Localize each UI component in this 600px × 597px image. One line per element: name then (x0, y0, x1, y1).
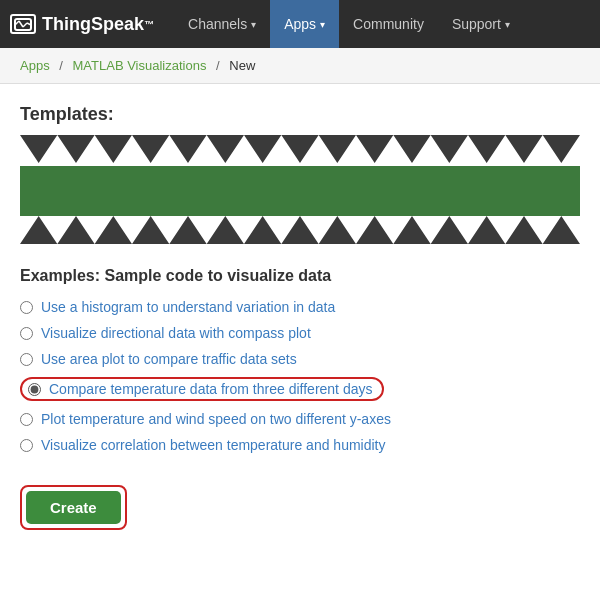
example-label-4: Compare temperature data from three diff… (49, 381, 372, 397)
nav-community[interactable]: Community (339, 0, 438, 48)
breadcrumb-matlab-link[interactable]: MATLAB Visualizations (73, 58, 207, 73)
breadcrumb: Apps / MATLAB Visualizations / New (0, 48, 600, 84)
templates-visual (20, 135, 580, 247)
example-radio-2[interactable] (20, 327, 33, 340)
chevron-down-icon-apps: ▾ (320, 19, 325, 30)
list-item[interactable]: Plot temperature and wind speed on two d… (20, 411, 580, 427)
list-item[interactable]: Visualize correlation between temperatur… (20, 437, 580, 453)
chevron-down-icon: ▾ (251, 19, 256, 30)
create-button-wrapper: Create (20, 485, 127, 530)
example-label-6: Visualize correlation between temperatur… (41, 437, 386, 453)
create-button[interactable]: Create (26, 491, 121, 524)
list-item[interactable]: Use a histogram to understand variation … (20, 299, 580, 315)
list-item[interactable]: Visualize directional data with compass … (20, 325, 580, 341)
zigzag-bottom-svg (20, 216, 580, 244)
examples-title: Examples: Sample code to visualize data (20, 267, 580, 285)
svg-line-2 (19, 21, 23, 27)
nav-community-label: Community (353, 16, 424, 32)
brand-name: ThingSpeak (42, 14, 144, 35)
list-item-selected[interactable]: Compare temperature data from three diff… (20, 377, 580, 401)
example-label-3: Use area plot to compare traffic data se… (41, 351, 297, 367)
nav-apps-label: Apps (284, 16, 316, 32)
svg-marker-6 (20, 216, 580, 244)
example-label-1: Use a histogram to understand variation … (41, 299, 335, 315)
breadcrumb-apps-link[interactable]: Apps (20, 58, 50, 73)
list-item[interactable]: Use area plot to compare traffic data se… (20, 351, 580, 367)
nav-channels-label: Channels (188, 16, 247, 32)
brand-tm: ™ (144, 19, 154, 30)
example-radio-5[interactable] (20, 413, 33, 426)
example-radio-6[interactable] (20, 439, 33, 452)
navbar: ThingSpeak™ Channels ▾ Apps ▾ Community … (0, 0, 600, 48)
nav-apps[interactable]: Apps ▾ (270, 0, 339, 48)
brand-logo[interactable]: ThingSpeak™ (10, 14, 154, 35)
nav-support-label: Support (452, 16, 501, 32)
svg-line-3 (23, 23, 27, 27)
zigzag-body (20, 166, 580, 216)
example-radio-1[interactable] (20, 301, 33, 314)
nav-support[interactable]: Support ▾ (438, 0, 524, 48)
zigzag-top-svg (20, 135, 580, 163)
templates-label: Templates: (20, 104, 580, 125)
examples-list: Use a histogram to understand variation … (20, 299, 580, 453)
chevron-down-icon-support: ▾ (505, 19, 510, 30)
logo-icon (10, 14, 36, 34)
breadcrumb-sep-2: / (216, 58, 220, 73)
breadcrumb-sep-1: / (59, 58, 63, 73)
nav-channels[interactable]: Channels ▾ (174, 0, 270, 48)
svg-marker-5 (20, 135, 580, 163)
selected-highlight: Compare temperature data from three diff… (20, 377, 384, 401)
breadcrumb-current: New (229, 58, 255, 73)
example-label-5: Plot temperature and wind speed on two d… (41, 411, 391, 427)
nav-items: Channels ▾ Apps ▾ Community Support ▾ (174, 0, 590, 48)
main-content: Templates: Examples: Sample code to visu… (0, 84, 600, 550)
example-radio-3[interactable] (20, 353, 33, 366)
example-radio-4[interactable] (28, 383, 41, 396)
example-label-2: Visualize directional data with compass … (41, 325, 311, 341)
